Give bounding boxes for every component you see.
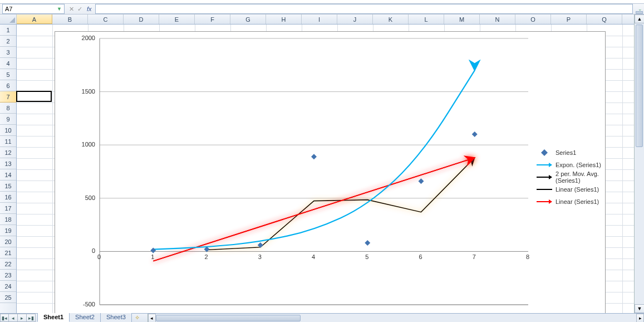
row-header[interactable]: 1 <box>0 25 16 36</box>
x-tick-label: 8 <box>526 253 529 260</box>
legend-swatch-icon <box>537 186 552 193</box>
column-header-row: ABCDEFGHIJKLMNOPQ <box>0 14 634 25</box>
row-header[interactable]: 19 <box>0 225 16 236</box>
legend-swatch-icon <box>537 149 552 157</box>
row-header[interactable]: 7 <box>0 91 16 103</box>
column-header[interactable]: N <box>480 14 515 24</box>
name-box-value: A7 <box>5 6 12 12</box>
row-header[interactable]: 14 <box>0 169 16 180</box>
column-header[interactable]: O <box>515 14 551 24</box>
y-tick-label: 2000 <box>73 35 95 41</box>
column-header[interactable]: Q <box>587 14 622 24</box>
scroll-left-icon[interactable]: ◂ <box>148 314 156 322</box>
x-tick-label: 1 <box>151 253 154 260</box>
legend-label: Linear (Series1) <box>555 186 599 193</box>
horizontal-scrollbar[interactable]: ◂ ▸ <box>148 314 644 322</box>
formula-enter-icon: ✓ <box>76 6 83 13</box>
column-header[interactable]: B <box>52 14 88 24</box>
row-header[interactable]: 16 <box>0 192 16 203</box>
column-header[interactable]: J <box>337 14 373 24</box>
column-header[interactable]: K <box>373 14 409 24</box>
sheet-tab[interactable]: Sheet1 <box>37 313 70 322</box>
scroll-up-icon[interactable]: ▲ <box>635 14 644 23</box>
y-tick-label: 0 <box>73 247 95 254</box>
column-header[interactable]: F <box>195 14 230 24</box>
row-header[interactable]: 12 <box>0 147 16 158</box>
x-tick-label: 7 <box>473 253 476 260</box>
legend-swatch-icon <box>537 173 552 181</box>
row-header[interactable]: 21 <box>0 247 16 258</box>
legend-label: Linear (Series1) <box>555 198 599 205</box>
legend-item: Linear (Series1) <box>537 183 604 196</box>
column-header[interactable]: E <box>159 14 195 24</box>
row-header[interactable]: 11 <box>0 136 16 147</box>
chart-svg <box>100 38 528 305</box>
sheet-tab[interactable]: Sheet2 <box>69 313 101 322</box>
embedded-chart[interactable]: Series1Expon. (Series1)2 per. Mov. Avg. … <box>55 31 606 313</box>
row-header[interactable]: 5 <box>0 69 16 80</box>
formula-cancel-icon: ✕ <box>68 6 75 13</box>
column-header[interactable]: D <box>124 14 159 24</box>
name-box-dropdown-icon[interactable]: ▼ <box>57 6 62 12</box>
column-header[interactable]: L <box>409 14 444 24</box>
column-header[interactable]: H <box>266 14 302 24</box>
fx-icon[interactable]: fx <box>87 6 92 12</box>
row-header[interactable]: 8 <box>0 103 16 114</box>
hscroll-thumb[interactable] <box>156 315 301 321</box>
row-header[interactable]: 15 <box>0 180 16 192</box>
x-tick-label: 6 <box>419 253 422 260</box>
insert-sheet-icon[interactable]: ✧ <box>132 314 143 322</box>
scroll-right-icon[interactable]: ▸ <box>636 314 644 322</box>
x-tick-label: 4 <box>312 253 315 260</box>
row-header[interactable]: 17 <box>0 203 16 214</box>
row-header-column: 1234567891011121314151617181920212223242… <box>0 25 17 313</box>
formula-input[interactable] <box>95 4 633 14</box>
sheet-tab[interactable]: Sheet3 <box>100 313 132 322</box>
column-header[interactable]: M <box>444 14 480 24</box>
tab-nav-prev-icon[interactable]: ◂ <box>9 314 18 322</box>
legend-label: 2 per. Mov. Avg. (Series1) <box>555 170 604 184</box>
select-all-triangle[interactable] <box>0 14 17 24</box>
row-header[interactable]: 3 <box>0 47 16 58</box>
row-header[interactable]: 13 <box>0 158 16 169</box>
legend-item: Series1 <box>537 147 604 159</box>
row-header[interactable]: 24 <box>0 281 16 292</box>
row-header[interactable]: 6 <box>0 80 16 91</box>
legend-label: Expon. (Series1) <box>555 162 601 168</box>
row-header[interactable]: 18 <box>0 214 16 225</box>
column-header[interactable]: A <box>17 14 52 24</box>
tab-nav-next-icon[interactable]: ▸ <box>18 314 27 322</box>
legend-label: Series1 <box>555 149 576 156</box>
row-header[interactable]: 22 <box>0 258 16 270</box>
column-header[interactable]: G <box>230 14 266 24</box>
cell-grid[interactable]: Series1Expon. (Series1)2 per. Mov. Avg. … <box>17 25 634 313</box>
row-header[interactable]: 4 <box>0 58 16 69</box>
scroll-down-icon[interactable]: ▼ <box>635 304 644 313</box>
row-header[interactable]: 23 <box>0 270 16 281</box>
sheet-tab-strip: ▮◂ ◂ ▸ ▸▮ Sheet1Sheet2Sheet3 ✧ ◂ ▸ <box>0 313 644 322</box>
vertical-scrollbar[interactable]: ▲ ▼ <box>634 14 644 313</box>
name-box[interactable]: A7 ▼ <box>2 4 65 14</box>
x-tick-label: 0 <box>97 253 101 260</box>
x-tick-label: 5 <box>365 253 368 260</box>
column-header[interactable]: C <box>88 14 124 24</box>
tab-nav-last-icon[interactable]: ▸▮ <box>27 314 36 322</box>
split-handle-v[interactable] <box>636 11 643 14</box>
plot-area <box>100 38 528 305</box>
row-header[interactable]: 25 <box>0 292 16 303</box>
x-tick-label: 2 <box>205 253 208 260</box>
legend-swatch-icon <box>537 198 552 206</box>
row-header[interactable]: 2 <box>0 36 16 47</box>
row-header[interactable]: 20 <box>0 236 16 247</box>
y-tick-label: 500 <box>73 194 95 201</box>
legend-swatch-icon <box>537 161 552 169</box>
legend-item: Expon. (Series1) <box>537 159 604 171</box>
y-tick-label: 1500 <box>73 88 95 95</box>
row-header[interactable]: 9 <box>0 114 16 125</box>
row-header[interactable]: 10 <box>0 125 16 136</box>
column-header[interactable]: P <box>551 14 587 24</box>
column-header[interactable]: I <box>302 14 337 24</box>
vscroll-thumb[interactable] <box>636 25 643 147</box>
legend-item: Linear (Series1) <box>537 196 604 208</box>
tab-nav-first-icon[interactable]: ▮◂ <box>0 314 9 322</box>
